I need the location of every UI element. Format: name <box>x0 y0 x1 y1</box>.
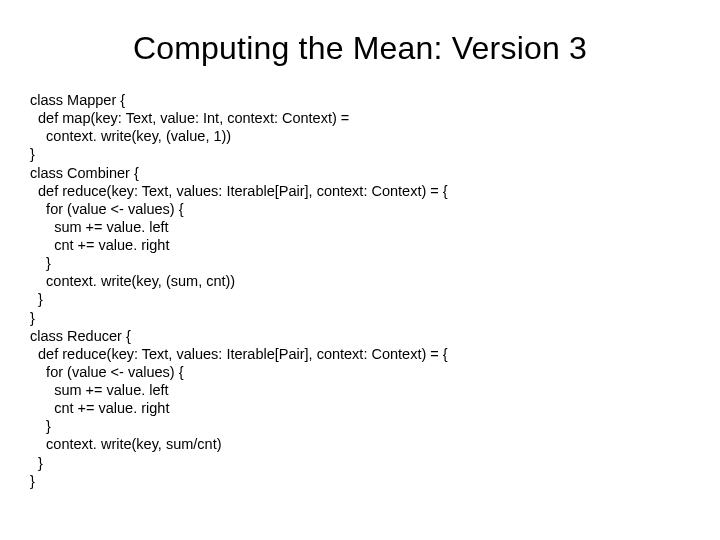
code-block: class Mapper { def map(key: Text, value:… <box>30 91 690 490</box>
slide-title: Computing the Mean: Version 3 <box>30 30 690 67</box>
slide: Computing the Mean: Version 3 class Mapp… <box>0 0 720 540</box>
